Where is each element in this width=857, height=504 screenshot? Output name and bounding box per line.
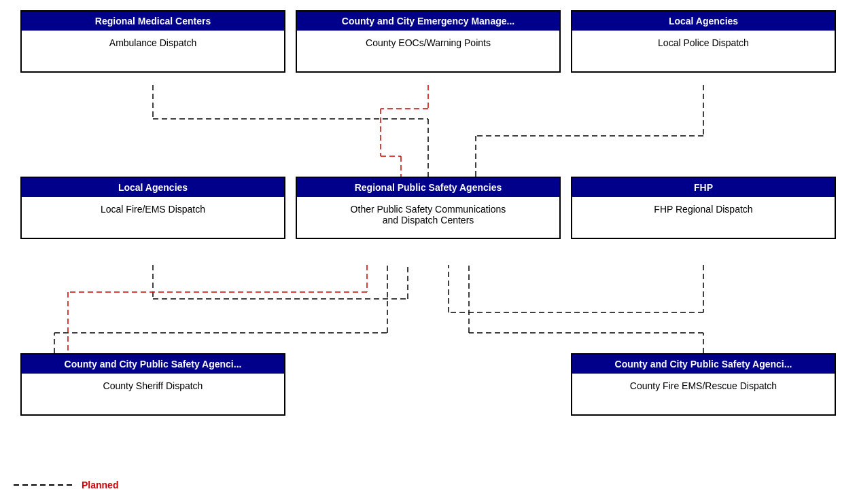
local-agencies-mid-node: Local Agencies Local Fire/EMS Dispatch <box>20 177 285 239</box>
diagram-container: Regional Medical Centers Ambulance Dispa… <box>0 0 857 504</box>
fhp-node: FHP FHP Regional Dispatch <box>571 177 836 239</box>
local-agencies-mid-header: Local Agencies <box>22 178 284 197</box>
regional-public-safety-header: Regional Public Safety Agencies <box>297 178 559 197</box>
local-agencies-top-header: Local Agencies <box>572 12 835 31</box>
regional-public-safety-body: Other Public Safety Communications and D… <box>297 197 559 238</box>
regional-medical-body: Ambulance Dispatch <box>22 31 284 71</box>
county-fire-body: County Fire EMS/Rescue Dispatch <box>572 374 835 414</box>
county-fire-node: County and City Public Safety Agenci... … <box>571 353 836 416</box>
county-sheriff-body: County Sheriff Dispatch <box>22 374 284 414</box>
legend-dashed-line-svg <box>14 481 75 489</box>
regional-medical-node: Regional Medical Centers Ambulance Dispa… <box>20 10 285 73</box>
fhp-header: FHP <box>572 178 835 197</box>
county-fire-header: County and City Public Safety Agenci... <box>572 355 835 374</box>
fhp-body: FHP Regional Dispatch <box>572 197 835 238</box>
county-sheriff-header: County and City Public Safety Agenci... <box>22 355 284 374</box>
regional-medical-header: Regional Medical Centers <box>22 12 284 31</box>
legend-planned-line <box>14 481 75 489</box>
local-agencies-top-body: Local Police Dispatch <box>572 31 835 71</box>
county-city-emergency-node: County and City Emergency Manage... Coun… <box>296 10 561 73</box>
county-city-emergency-header: County and City Emergency Manage... <box>297 12 559 31</box>
local-agencies-top-node: Local Agencies Local Police Dispatch <box>571 10 836 73</box>
county-sheriff-node: County and City Public Safety Agenci... … <box>20 353 285 416</box>
connections-svg <box>0 0 857 504</box>
county-city-emergency-body: County EOCs/Warning Points <box>297 31 559 71</box>
legend: Planned <box>14 480 118 490</box>
regional-public-safety-node: Regional Public Safety Agencies Other Pu… <box>296 177 561 239</box>
local-agencies-mid-body: Local Fire/EMS Dispatch <box>22 197 284 238</box>
legend-planned-label: Planned <box>82 480 118 490</box>
